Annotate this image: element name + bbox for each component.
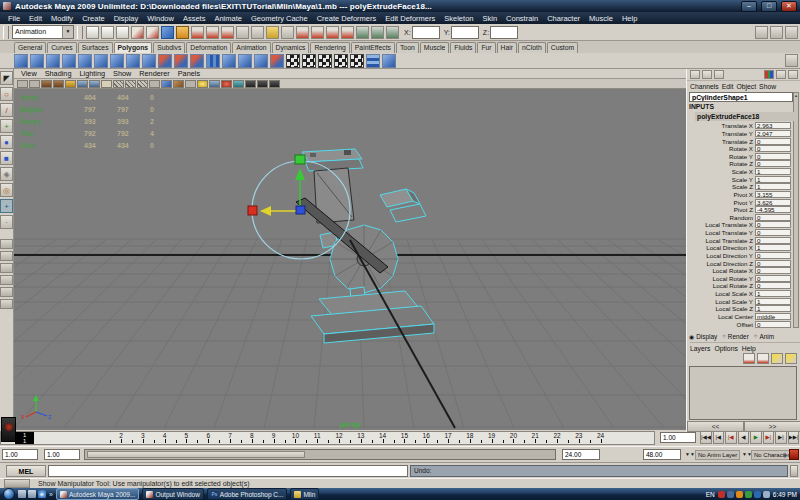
panel-menu-renderer[interactable]: Renderer bbox=[136, 69, 172, 78]
poly-pipe-icon[interactable] bbox=[142, 54, 156, 68]
shelf-tab-muscle[interactable]: Muscle bbox=[420, 42, 450, 53]
use-all-lights-icon[interactable] bbox=[197, 80, 208, 88]
fill-mask-icon[interactable] bbox=[137, 80, 148, 88]
select-by-object-icon[interactable] bbox=[146, 26, 159, 39]
current-frame-indicator[interactable]: 11 bbox=[15, 432, 34, 444]
panel-menu-view[interactable]: View bbox=[18, 69, 40, 78]
frame-label-11[interactable]: 11 bbox=[314, 432, 321, 439]
shelf-tab-rendering[interactable]: Rendering bbox=[310, 42, 349, 53]
frame-label-13[interactable]: 13 bbox=[357, 432, 364, 439]
select-by-component-icon[interactable] bbox=[161, 26, 174, 39]
frame-label-17[interactable]: 17 bbox=[444, 432, 451, 439]
safe-title-icon[interactable] bbox=[125, 80, 136, 88]
current-time-field[interactable]: 1.00 bbox=[660, 432, 696, 443]
attribute-value-field[interactable]: 1 bbox=[755, 176, 791, 183]
status-line-grip[interactable] bbox=[77, 26, 83, 39]
menu-character[interactable]: Character bbox=[543, 13, 584, 24]
attribute-value-field[interactable]: 0 bbox=[755, 214, 791, 221]
menu-constrain[interactable]: Constrain bbox=[502, 13, 542, 24]
y-input[interactable] bbox=[451, 26, 479, 39]
layers-menu-help[interactable]: Help bbox=[742, 345, 756, 352]
attribute-value-field[interactable]: 0 bbox=[755, 252, 791, 259]
construction-history-input-icon[interactable] bbox=[296, 26, 309, 39]
memory-usage-icon[interactable] bbox=[341, 26, 354, 39]
poly-helix-icon[interactable] bbox=[158, 54, 172, 68]
animation-start-field[interactable]: 1.00 bbox=[2, 449, 38, 460]
go-to-range-end-button[interactable]: ▶▶| bbox=[788, 431, 800, 444]
film-gate-icon[interactable] bbox=[65, 80, 76, 88]
poly-sphere-icon[interactable] bbox=[14, 54, 28, 68]
uv-bars-icon[interactable] bbox=[366, 54, 380, 68]
channel-manip-off-icon[interactable] bbox=[690, 70, 700, 79]
attribute-value-field[interactable]: 0 bbox=[755, 229, 791, 236]
menu-geometry-cache[interactable]: Geometry Cache bbox=[247, 13, 312, 24]
frame-label-6[interactable]: 6 bbox=[206, 432, 210, 439]
shelf-tab-dynamics[interactable]: Dynamics bbox=[272, 42, 310, 53]
frame-label-24[interactable]: 24 bbox=[597, 432, 604, 439]
save-scene-icon[interactable] bbox=[116, 26, 129, 39]
x-input[interactable] bbox=[412, 26, 440, 39]
single-pane-layout-button[interactable] bbox=[0, 239, 13, 249]
explorer-icon[interactable] bbox=[28, 490, 36, 498]
next-pane-button[interactable]: >> bbox=[744, 421, 800, 432]
frame-label-15[interactable]: 15 bbox=[401, 432, 408, 439]
snap-to-curve-icon[interactable] bbox=[191, 26, 204, 39]
move-tool-icon[interactable]: + bbox=[0, 119, 13, 133]
title-bar[interactable]: Autodesk Maya 2009 Unlimited: D:\Downloa… bbox=[0, 0, 800, 12]
attribute-value-field[interactable]: 0 bbox=[755, 275, 791, 282]
input-node-name[interactable]: polyExtrudeFace18 bbox=[695, 112, 795, 121]
last-tool-icon[interactable]: · bbox=[0, 215, 13, 229]
radio-render[interactable]: ○Render bbox=[722, 333, 749, 340]
poly-cylinder-icon[interactable] bbox=[46, 54, 60, 68]
tray-display-icon[interactable] bbox=[754, 491, 761, 498]
channel-color-display-icon[interactable] bbox=[764, 70, 774, 79]
frame-label-9[interactable]: 9 bbox=[272, 432, 276, 439]
gate-mask-icon[interactable] bbox=[89, 80, 100, 88]
menu-help[interactable]: Help bbox=[618, 13, 641, 24]
highlight-selection-icon[interactable] bbox=[281, 26, 294, 39]
channel-speed-icon[interactable] bbox=[776, 70, 786, 79]
transfer-attributes-icon[interactable] bbox=[334, 54, 348, 68]
new-layer-from-selected-icon[interactable] bbox=[785, 353, 797, 364]
attribute-value-field[interactable]: 0 bbox=[755, 267, 791, 274]
chevron-down-icon[interactable]: ▼▼ bbox=[685, 451, 695, 457]
radio-display[interactable]: ◉Display bbox=[689, 333, 717, 340]
frame-label-8[interactable]: 8 bbox=[250, 432, 254, 439]
ipr-render-icon[interactable] bbox=[371, 26, 384, 39]
frame-label-3[interactable]: 3 bbox=[141, 432, 145, 439]
construction-history-toggle-icon[interactable] bbox=[326, 26, 339, 39]
go-to-range-start-button[interactable]: |◀◀ bbox=[700, 431, 712, 444]
open-scene-icon[interactable] bbox=[101, 26, 114, 39]
isolate-select-icon[interactable] bbox=[233, 80, 244, 88]
attribute-value-field[interactable]: 3.626 bbox=[755, 199, 791, 206]
shelf-tab-painteffects[interactable]: PaintEffects bbox=[351, 42, 395, 53]
command-line-language-button[interactable]: MEL bbox=[6, 465, 46, 477]
close-button[interactable]: ✕ bbox=[781, 1, 797, 12]
menu-file[interactable]: File bbox=[4, 13, 24, 24]
layer-move-down-icon[interactable] bbox=[757, 353, 769, 364]
shelf-tab-polygons[interactable]: Polygons bbox=[114, 42, 153, 53]
layer-move-up-icon[interactable] bbox=[743, 353, 755, 364]
shaded-display-icon[interactable] bbox=[161, 80, 172, 88]
set-key-icon[interactable]: ⚷ bbox=[783, 451, 787, 458]
shelf-tab-surfaces[interactable]: Surfaces bbox=[78, 42, 113, 53]
channel-manip-keys-icon[interactable] bbox=[714, 70, 724, 79]
pan-zoom-icon[interactable] bbox=[29, 80, 40, 88]
auto-keyframe-toggle[interactable] bbox=[789, 449, 799, 460]
playback-end-field[interactable]: 24.00 bbox=[562, 449, 600, 460]
symmetry-icon[interactable] bbox=[318, 54, 332, 68]
tray-user-icon[interactable] bbox=[727, 491, 734, 498]
attribute-value-field[interactable]: 2.963 bbox=[755, 122, 791, 129]
poly-cube-icon[interactable] bbox=[30, 54, 44, 68]
lasso-tool-icon[interactable]: ○ bbox=[0, 87, 13, 101]
step-back-one-key-button[interactable]: |◀ bbox=[725, 431, 737, 444]
attribute-value-field[interactable]: 0 bbox=[755, 282, 791, 289]
start-button[interactable] bbox=[3, 488, 15, 500]
taskbar-chevron[interactable]: » bbox=[49, 491, 53, 498]
taskbar-clock[interactable]: 6:49 PM bbox=[773, 491, 797, 498]
attribute-value-field[interactable]: 0 bbox=[755, 145, 791, 152]
frame-label-16[interactable]: 16 bbox=[423, 432, 430, 439]
frame-label-14[interactable]: 14 bbox=[379, 432, 386, 439]
menu-skin[interactable]: Skin bbox=[478, 13, 501, 24]
range-slider-track[interactable] bbox=[84, 449, 556, 460]
